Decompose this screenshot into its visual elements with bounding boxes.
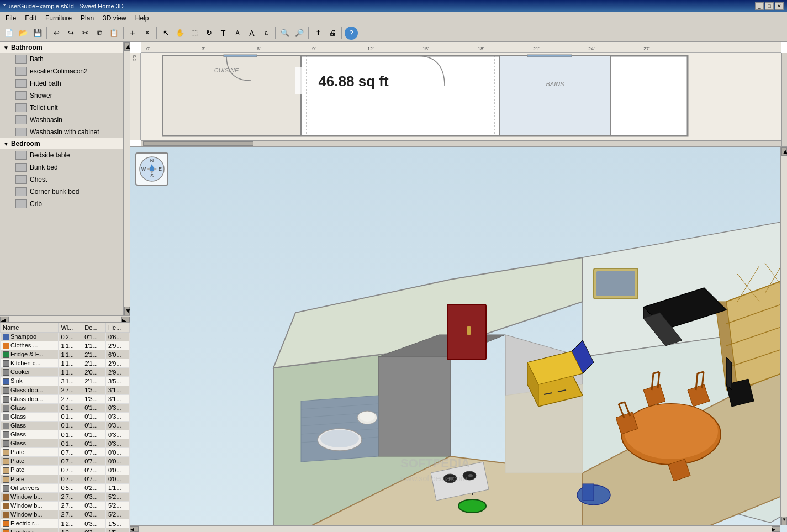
table-row[interactable]: Window b... 2'7... 0'3... 5'2...	[1, 510, 130, 519]
tree-scroll-up[interactable]: ▲	[124, 42, 130, 51]
cut-button[interactable]: ✂	[78, 27, 92, 40]
3d-hscroll-left[interactable]: ◀	[130, 526, 139, 532]
bigger-text-button[interactable]: A	[245, 27, 258, 40]
table-row[interactable]: Electric r... 1'2... 0'3... 1'5...	[1, 528, 130, 532]
pan-button[interactable]: ✋	[173, 27, 187, 40]
plan-vscrollbar[interactable]	[781, 53, 787, 146]
undo-button[interactable]: ↩	[50, 27, 63, 40]
table-row[interactable]: Clothes ... 1'1... 1'1... 2'9...	[1, 341, 130, 350]
escalier-label: escalierColimacon2	[30, 67, 88, 75]
help-button[interactable]: ?	[345, 27, 358, 40]
table-row[interactable]: Plate 0'7... 0'7... 0'0...	[1, 457, 130, 466]
3d-view[interactable]: N S W E New Pointer	[130, 147, 787, 532]
copy-button[interactable]: ⧉	[93, 27, 106, 40]
zoom-in-button[interactable]: 🔍	[278, 27, 292, 40]
table-row[interactable]: Fridge & F... 1'1... 2'1... 6'0...	[1, 350, 130, 359]
col-name[interactable]: Name	[1, 323, 59, 333]
select-area-button[interactable]: ⬚	[188, 27, 201, 40]
table-row[interactable]: Plate 0'7... 0'7... 0'0...	[1, 475, 130, 483]
navigation-compass[interactable]: N S W E New Pointer	[135, 152, 168, 186]
smaller-text-button[interactable]: a	[260, 27, 273, 40]
tree-item-bedside[interactable]: Bedside table	[0, 149, 123, 161]
text-button[interactable]: T	[216, 27, 230, 40]
print-button[interactable]: 🖨	[326, 27, 339, 40]
export-button[interactable]: ⬆	[311, 27, 325, 40]
table-row[interactable]: Shampoo 0'2... 0'1... 0'6...	[1, 333, 130, 341]
tree-item-cornerbunk[interactable]: Corner bunk bed	[0, 186, 123, 198]
table-row[interactable]: Glass 0'1... 0'1... 0'3...	[1, 403, 130, 412]
table-row[interactable]: Glass 0'1... 0'1... 0'3...	[1, 430, 130, 439]
plan-hscroll-thumb[interactable]	[143, 141, 253, 146]
3d-scroll-track[interactable]	[781, 156, 787, 517]
tree-item-bunkbed[interactable]: Bunk bed	[0, 161, 123, 173]
category-bathroom[interactable]: ▼ Bathroom	[0, 42, 123, 53]
table-row[interactable]: Plate 0'7... 0'7... 0'0...	[1, 448, 130, 457]
sep2	[123, 27, 124, 39]
tree-item-fittedbath[interactable]: Fitted bath	[0, 77, 123, 89]
3d-hscroll-track[interactable]	[139, 526, 772, 532]
plan-area[interactable]: 0' 3' 6' 9' 12' 15' 18' 21' 24' 27' 5'0	[130, 42, 787, 147]
3d-scroll-down[interactable]: ▼	[781, 517, 787, 525]
tree-scroll-left[interactable]: ◀	[0, 317, 9, 322]
tree-hscrollbar[interactable]: ◀ ▶	[0, 315, 130, 322]
tree-item-toilet[interactable]: Toilet unit	[0, 102, 123, 114]
paste-button[interactable]: 📋	[107, 27, 120, 40]
table-row[interactable]: Window b... 2'7... 0'3... 5'2...	[1, 501, 130, 510]
col-height[interactable]: He...	[106, 323, 130, 333]
minimize-btn[interactable]: _	[755, 2, 764, 10]
menu-help[interactable]: Help	[132, 13, 152, 23]
menu-3dview[interactable]: 3D view	[99, 13, 130, 23]
table-row[interactable]: Sink 3'1... 2'1... 3'5...	[1, 377, 130, 386]
plan-canvas[interactable]: CUISINE 46.88 sq ft BAINS	[141, 53, 781, 140]
tree-scroll-track[interactable]	[124, 51, 130, 307]
redo-button[interactable]: ↪	[64, 27, 77, 40]
table-row[interactable]: Electric r... 1'2... 0'3... 1'5...	[1, 519, 130, 528]
open-button[interactable]: 📂	[17, 27, 30, 40]
table-row[interactable]: Glass 0'1... 0'1... 0'3...	[1, 421, 130, 430]
table-row[interactable]: Glass 0'1... 0'1... 0'3...	[1, 412, 130, 421]
3d-hscrollbar[interactable]: ◀ ▶	[130, 525, 780, 532]
text-style-button[interactable]: A	[231, 27, 244, 40]
table-row[interactable]: Plate 0'7... 0'7... 0'0...	[1, 466, 130, 475]
col-depth[interactable]: De...	[82, 323, 106, 333]
menu-edit[interactable]: Edit	[22, 13, 40, 23]
table-row[interactable]: Oil servers 0'5... 0'2... 1'1...	[1, 483, 130, 492]
menu-furniture[interactable]: Furniture	[42, 13, 75, 23]
table-row[interactable]: Cooker 1'1... 2'0... 2'9...	[1, 368, 130, 377]
table-row[interactable]: Window b... 2'7... 0'3... 5'2...	[1, 492, 130, 501]
titlebar-controls[interactable]: _ □ ✕	[755, 2, 784, 10]
3d-scroll-up[interactable]: ▲	[781, 147, 787, 156]
maximize-btn[interactable]: □	[765, 2, 774, 10]
category-bedroom[interactable]: ▼ Bedroom	[0, 138, 123, 149]
plan-hscrollbar[interactable]	[141, 140, 781, 146]
delete-button[interactable]: ✕	[140, 27, 154, 40]
tree-item-bath[interactable]: Bath	[0, 53, 123, 65]
menu-plan[interactable]: Plan	[77, 13, 97, 23]
tree-item-washbasin[interactable]: Washbasin	[0, 114, 123, 126]
tree-item-escalier[interactable]: escalierColimacon2	[0, 65, 123, 77]
tree-hscroll-track[interactable]	[9, 316, 121, 322]
new-button[interactable]: 📄	[2, 27, 15, 40]
tree-scroll-down[interactable]: ▼	[124, 307, 130, 315]
table-row[interactable]: Glass 0'1... 0'1... 0'3...	[1, 439, 130, 448]
tree-item-crib[interactable]: Crib	[0, 198, 123, 210]
menu-file[interactable]: File	[2, 13, 19, 23]
3d-hscroll-right[interactable]: ▶	[772, 526, 780, 532]
close-btn[interactable]: ✕	[775, 2, 784, 10]
table-row[interactable]: Glass doo... 2'7... 1'3... 3'1...	[1, 386, 130, 394]
tree-item-washbasin-cabinet[interactable]: Washbasin with cabinet	[0, 126, 123, 138]
table-row[interactable]: Kitchen c... 1'1... 2'1... 2'9...	[1, 359, 130, 368]
table-row[interactable]: Glass doo... 2'7... 1'3... 3'1...	[1, 394, 130, 403]
pointer-button[interactable]: ↖	[159, 27, 172, 40]
tree-vscrollbar[interactable]: ▲ ▼	[123, 42, 130, 315]
tree-item-shower[interactable]: Shower	[0, 89, 123, 102]
3d-vscrollbar[interactable]: ▲ ▼	[780, 147, 787, 525]
save-button[interactable]: 💾	[31, 27, 44, 40]
tree-item-chest[interactable]: Chest	[0, 173, 123, 186]
zoom-out-button[interactable]: 🔎	[293, 27, 306, 40]
svg-text:New: New	[147, 182, 156, 183]
col-width[interactable]: Wi...	[59, 323, 82, 333]
rotate-button[interactable]: ↻	[202, 27, 215, 40]
tree-scroll-right[interactable]: ▶	[121, 317, 130, 322]
add-furniture-button[interactable]: +	[126, 27, 139, 40]
